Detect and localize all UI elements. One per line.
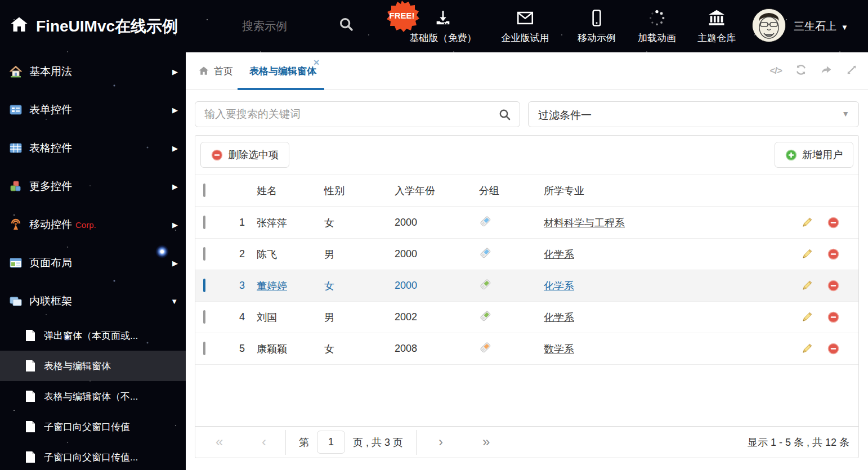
delete-row-icon[interactable] <box>827 343 839 355</box>
refresh-icon[interactable] <box>795 64 807 78</box>
expand-icon[interactable] <box>845 64 858 78</box>
delete-row-icon[interactable] <box>827 280 839 292</box>
table-icon <box>9 141 23 155</box>
user-avatar[interactable] <box>752 8 786 42</box>
header-search-icon[interactable] <box>338 16 355 35</box>
search-icon[interactable] <box>498 108 512 124</box>
row-checkbox[interactable] <box>203 310 205 324</box>
nav-theme-repo[interactable]: 主题仓库 <box>683 7 750 47</box>
sidebar-item-more-controls[interactable]: 更多控件 ▶ <box>0 167 186 205</box>
delete-selected-button[interactable]: 删除选中项 <box>200 142 289 168</box>
cell-name: 刘国 <box>257 312 277 323</box>
page-icon <box>25 360 36 372</box>
filter-dropdown[interactable]: 过滤条件一 ▼ <box>528 101 859 127</box>
delete-row-icon[interactable] <box>827 311 839 324</box>
row-checkbox[interactable] <box>203 279 205 292</box>
nav-basic-edition[interactable]: 基础版（免费） <box>409 7 477 47</box>
sidebar-subitem-grid-edit-window-not[interactable]: 表格与编辑窗体（不... <box>0 381 186 411</box>
sidebar-subitem-grid-edit-window[interactable]: 表格与编辑窗体 <box>0 351 186 381</box>
page-icon <box>25 420 36 433</box>
delete-row-icon[interactable] <box>827 248 839 261</box>
last-page-button[interactable]: » <box>482 435 490 449</box>
table-header-row: 姓名 性别 入学年份 分组 所学专业 <box>195 174 858 207</box>
major-link[interactable]: 化学系 <box>544 312 574 323</box>
sidebar-nav: 基本用法 ▶ 表单控件 ▶ 表格控件 ▶ 更多控件 ▶ 移动控件Corp. ▶ <box>0 52 186 470</box>
divider <box>285 430 286 455</box>
add-user-label: 新增用户 <box>802 148 843 162</box>
col-gender: 性别 <box>316 184 386 198</box>
edit-icon[interactable] <box>800 343 813 355</box>
tag-icon <box>479 247 491 259</box>
close-icon[interactable]: ✕ <box>313 58 320 67</box>
keyword-search-box <box>195 101 520 127</box>
header-search-input[interactable] <box>242 16 326 36</box>
cell-name: 康颖颖 <box>257 343 287 355</box>
sidebar-item-label: 基本用法 <box>29 64 172 79</box>
divider <box>416 430 417 455</box>
prev-page-button[interactable]: ‹ <box>262 435 266 449</box>
sidebar-item-page-layout[interactable]: 页面布局 ▶ <box>0 244 186 282</box>
tab-home[interactable]: 首页 <box>198 52 233 89</box>
page-prefix-label: 第 <box>299 436 309 449</box>
sidebar-item-mobile-controls[interactable]: 移动控件Corp. ▶ <box>0 205 186 244</box>
sidebar-item-grid-controls[interactable]: 表格控件 ▶ <box>0 129 186 167</box>
first-page-button[interactable]: « <box>216 435 223 449</box>
chevron-down-icon: ▼ <box>171 297 178 306</box>
sidebar-item-form-controls[interactable]: 表单控件 ▶ <box>0 91 186 129</box>
nav-label: 加载动画 <box>623 32 691 44</box>
home-icon[interactable] <box>9 15 29 37</box>
cell-name[interactable]: 董婷婷 <box>257 280 287 292</box>
cell-gender: 女 <box>316 342 386 356</box>
edit-icon[interactable] <box>800 248 813 261</box>
user-menu[interactable]: 三生石上▼ <box>794 19 848 34</box>
app-title: FineUIMvc在线示例 <box>36 16 178 37</box>
sidebar-item-label: 移动控件Corp. <box>29 217 96 232</box>
spinner-icon <box>623 7 691 29</box>
delete-row-icon[interactable] <box>827 217 839 229</box>
sidebar-item-basic-usage[interactable]: 基本用法 ▶ <box>0 52 186 91</box>
edit-icon[interactable] <box>800 280 813 292</box>
row-number: 4 <box>220 311 248 323</box>
row-checkbox[interactable] <box>203 342 205 355</box>
plus-circle-icon <box>785 149 797 161</box>
major-link[interactable]: 材料科学与工程系 <box>544 217 625 229</box>
col-name: 姓名 <box>248 184 316 198</box>
nav-loading-animation[interactable]: 加载动画 <box>623 7 691 47</box>
tab-toolbar: </> <box>769 64 858 78</box>
major-link[interactable]: 化学系 <box>544 280 574 292</box>
page-number-input[interactable] <box>317 431 345 454</box>
keyword-search-input[interactable] <box>204 102 491 127</box>
sidebar-subitem-popup-window[interactable]: 弹出窗体（本页面或... <box>0 320 186 351</box>
page-icon <box>25 451 36 463</box>
select-all-checkbox[interactable] <box>203 183 205 197</box>
row-checkbox[interactable] <box>203 247 205 261</box>
col-year: 入学年份 <box>386 184 471 198</box>
sidebar-item-label: 内联框架 <box>29 294 171 308</box>
major-link[interactable]: 化学系 <box>544 249 574 260</box>
home-icon <box>198 65 209 77</box>
cell-name: 张萍萍 <box>257 217 287 229</box>
nav-label: 移动示例 <box>563 32 630 44</box>
next-page-button[interactable]: › <box>439 435 443 449</box>
sidebar-item-inline-frame[interactable]: 内联框架 ▼ <box>0 282 186 320</box>
sidebar-subitem-child-to-parent[interactable]: 子窗口向父窗口传值 <box>0 411 186 442</box>
open-new-window-icon[interactable] <box>820 64 833 78</box>
table-row: 4 刘国 男 2002 化学系 <box>195 302 858 333</box>
sidebar-subitem-child-to-parent-2[interactable]: 子窗口向父窗口传值... <box>0 442 186 470</box>
nav-mobile-demo[interactable]: 移动示例 <box>563 7 630 47</box>
col-major: 所学专业 <box>535 184 785 198</box>
edit-icon[interactable] <box>800 217 813 229</box>
house-icon <box>9 65 23 78</box>
windows-icon <box>9 294 23 308</box>
nav-enterprise-trial[interactable]: 企业版试用 <box>491 7 559 47</box>
grid-toolbar: 删除选中项 新增用户 <box>195 136 858 174</box>
view-source-icon[interactable]: </> <box>769 65 782 77</box>
edit-icon[interactable] <box>800 311 813 324</box>
row-checkbox[interactable] <box>203 216 205 229</box>
bank-icon <box>683 7 750 29</box>
major-link[interactable]: 数学系 <box>544 343 574 355</box>
tab-grid-edit-window[interactable]: 表格与编辑窗体 ✕ <box>238 52 324 90</box>
form-icon <box>9 103 23 117</box>
page-icon <box>25 390 36 402</box>
add-user-button[interactable]: 新增用户 <box>775 142 853 168</box>
